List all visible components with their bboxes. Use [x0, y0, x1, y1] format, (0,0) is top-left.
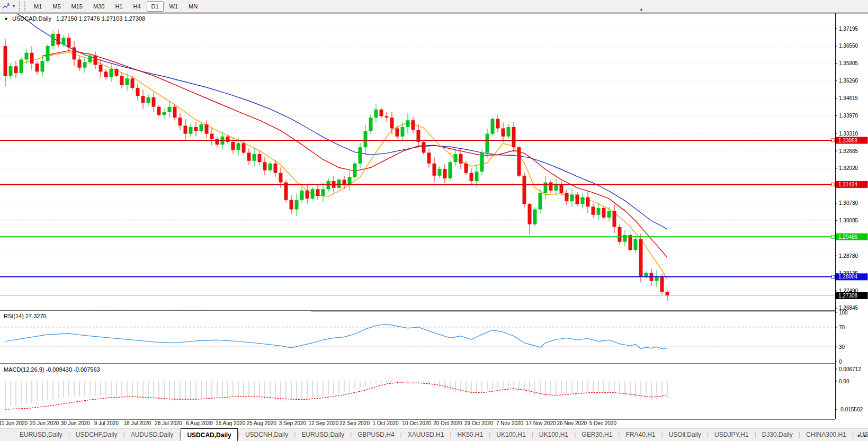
svg-text:0.00: 0.00	[839, 379, 849, 384]
chart-title: ▼ USDCAD,Daily 1.27150 1.27476 1.27103 1…	[4, 15, 145, 22]
symbol-tab-hk50-h1[interactable]: HK50,H1	[452, 428, 489, 441]
svg-text:12 Sep 2020: 12 Sep 2020	[309, 420, 339, 426]
svg-text:26 Nov 2020: 26 Nov 2020	[557, 420, 587, 426]
symbol-tab-uk100-h1[interactable]: UK100,H1	[533, 428, 574, 441]
svg-text:1.33058: 1.33058	[838, 138, 858, 143]
svg-text:1.29486: 1.29486	[838, 234, 858, 240]
symbol-tab-usdchf-daily[interactable]: USDCHF,Daily	[70, 428, 123, 441]
svg-text:30: 30	[839, 344, 845, 350]
svg-text:9 Jul 2020: 9 Jul 2020	[94, 420, 119, 426]
svg-text:3 Sep 2020: 3 Sep 2020	[279, 420, 307, 426]
toolbar-overflow-arrow-icon[interactable]: ▲	[639, 7, 643, 12]
ma-line-fast	[21, 52, 667, 280]
svg-text:6 Aug 2020: 6 Aug 2020	[186, 420, 213, 426]
chart-canvas[interactable]: 1.371951.365501.359051.352601.346151.339…	[0, 0, 868, 441]
svg-text:0.006712: 0.006712	[839, 366, 861, 372]
svg-text:1.34615: 1.34615	[839, 95, 858, 101]
svg-text:20 Jun 2020: 20 Jun 2020	[30, 420, 59, 426]
symbol-tabbar: EURUSD,Daily|USDCHF,Daily|AUDUSD,Daily|U…	[0, 428, 868, 441]
symbol-tab-ger30-h1[interactable]: GER30,H1	[576, 428, 618, 441]
symbol-tab-eurusd-daily[interactable]: EURUSD,Daily	[14, 428, 68, 441]
svg-text:1.28780: 1.28780	[839, 253, 858, 259]
symbol-tab-dj30-daily[interactable]: DJ30,Daily	[756, 428, 799, 441]
macd-indicator-label: MACD(12,26,9) -0.009430 -0.007563	[4, 366, 100, 373]
symbol-tab-eurusd-daily[interactable]: EURUSD,Daily	[296, 428, 350, 441]
candles	[4, 30, 669, 301]
svg-text:70: 70	[839, 325, 845, 330]
svg-text:1.31424: 1.31424	[838, 182, 858, 187]
ma-line-mid	[42, 51, 667, 258]
mt4-window: ▼ M1M5M15M30H1H4D1W1MN 1.371951.365501.3…	[0, 0, 868, 441]
svg-text:1.30730: 1.30730	[839, 200, 858, 206]
svg-text:1.36550: 1.36550	[839, 43, 858, 49]
tab-scroll-right-icon[interactable]: ▸	[864, 433, 866, 438]
symbol-tab-gbpusd-h4[interactable]: GBPUSD,H4	[352, 428, 400, 441]
symbol-tab-uk100-h1[interactable]: UK100,H1	[490, 428, 531, 441]
svg-text:5 Dec 2020: 5 Dec 2020	[589, 420, 617, 426]
grid-lines	[0, 29, 835, 308]
svg-text:1.33970: 1.33970	[839, 113, 858, 119]
tab-scroll-left-icon[interactable]: ◂	[857, 433, 860, 438]
svg-text:7 Nov 2020: 7 Nov 2020	[496, 420, 524, 426]
svg-text:28 Jul 2020: 28 Jul 2020	[155, 420, 182, 426]
svg-text:1.32665: 1.32665	[839, 148, 858, 154]
symbol-tab-xauusd-h1[interactable]: XAUUSD,H1	[402, 428, 450, 441]
svg-text:20 Oct 2020: 20 Oct 2020	[433, 420, 462, 426]
svg-text:1.33310: 1.33310	[839, 131, 858, 137]
rsi-line	[5, 324, 667, 349]
svg-text:1.30085: 1.30085	[839, 218, 858, 223]
symbol-tab-usdcad-daily[interactable]: USDCAD,Daily	[181, 428, 237, 441]
svg-text:1.35905: 1.35905	[839, 60, 858, 66]
svg-text:22 Sep 2020: 22 Sep 2020	[339, 420, 370, 426]
svg-text:15 Aug 2020: 15 Aug 2020	[216, 420, 246, 426]
svg-text:1.32020: 1.32020	[839, 165, 858, 171]
svg-text:17 Nov 2020: 17 Nov 2020	[526, 420, 556, 426]
svg-text:1.37195: 1.37195	[839, 26, 858, 32]
chart-ohlc-values: 1.27150 1.27476 1.27103 1.27308	[56, 15, 145, 22]
chart-symbol-label: USDCAD,Daily	[12, 15, 51, 22]
symbol-tab-usdcnh-daily[interactable]: USDCNH,Daily	[239, 428, 294, 441]
symbol-menu-arrow-icon[interactable]: ▼	[4, 16, 8, 22]
svg-text:11 Jun 2020: 11 Jun 2020	[0, 420, 28, 426]
svg-text:18 Jul 2020: 18 Jul 2020	[124, 420, 151, 426]
ma-line-slow	[16, 13, 667, 229]
svg-text:1.27308: 1.27308	[838, 293, 858, 299]
symbol-tab-audusd-daily[interactable]: AUDUSD,Daily	[125, 428, 180, 441]
svg-text:25 Aug 2020: 25 Aug 2020	[247, 420, 277, 426]
svg-text:29 Oct 2020: 29 Oct 2020	[464, 420, 494, 426]
svg-text:1.28004: 1.28004	[838, 274, 858, 280]
symbol-tab-usoil-daily[interactable]: USOil,Daily	[663, 428, 707, 441]
date-axis: 11 Jun 202020 Jun 202030 Jun 20209 Jul 2…	[0, 420, 616, 426]
rsi-panel: 10070300	[0, 310, 848, 365]
rsi-indicator-label: RSI(14) 27.3270	[4, 313, 47, 319]
svg-text:30 Jun 2020: 30 Jun 2020	[61, 420, 90, 426]
svg-text:1.35260: 1.35260	[839, 78, 858, 84]
svg-text:0: 0	[839, 359, 842, 365]
svg-text:1 Oct 2020: 1 Oct 2020	[373, 420, 399, 426]
price-axis: 1.371951.365501.359051.352601.346151.339…	[835, 26, 868, 311]
svg-text:100: 100	[839, 310, 848, 316]
svg-text:-0.015502: -0.015502	[839, 407, 863, 412]
macd-signal-line	[5, 383, 667, 409]
svg-text:10 Oct 2020: 10 Oct 2020	[402, 420, 432, 426]
symbol-tab-fra40-h1[interactable]: FRA40,H1	[620, 428, 661, 441]
symbol-tab-china300-h1[interactable]: CHINA300,H1	[800, 428, 852, 441]
symbol-tab-usdjpy-h1[interactable]: USDJPY,H1	[709, 428, 754, 441]
main-panel	[0, 13, 835, 301]
macd-panel: 0.0067120.00-0.015502	[5, 366, 863, 412]
